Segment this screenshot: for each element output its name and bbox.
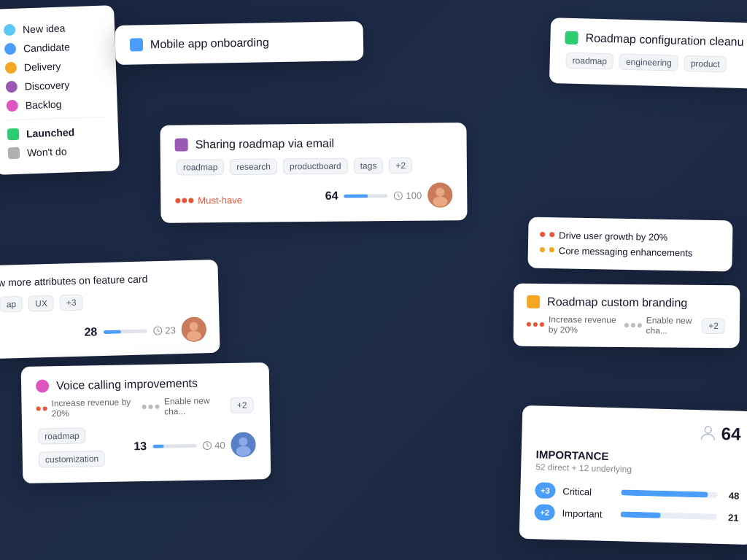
tag-productboard-sr[interactable]: productboard — [283, 158, 348, 175]
tag-research-sr[interactable]: research — [230, 158, 277, 175]
backlog-icon — [6, 100, 18, 112]
status-wont-do[interactable]: Won't do — [8, 141, 107, 163]
feature-meta: 28 23 — [0, 316, 206, 346]
tag-roadmap-sr[interactable]: roadmap — [177, 159, 225, 176]
feature-title: w more attributes on feature card — [0, 271, 205, 288]
tag-more-f[interactable]: +3 — [60, 295, 83, 311]
score-value: 64 — [325, 190, 338, 203]
status-backlog[interactable]: Backlog — [6, 93, 104, 116]
roadmap-config-title-row: Roadmap configuration cleanu — [565, 31, 747, 50]
feature-score-fill — [103, 330, 120, 334]
score-row: 64 100 — [325, 182, 453, 209]
svg-point-18 — [705, 427, 711, 433]
priority-label: Must-have — [198, 194, 242, 206]
mobile-onboarding-title: Mobile app onboarding — [150, 36, 269, 51]
voice-calling-title-row: Voice calling improvements — [36, 376, 255, 392]
tag-engineering[interactable]: engineering — [619, 54, 678, 71]
voice-calling-card: Voice calling improvements Increase reve… — [21, 362, 271, 483]
custom-branding-card: Roadmap custom branding Increase revenue… — [514, 284, 740, 349]
critical-bar — [621, 489, 717, 497]
svg-point-4 — [436, 187, 444, 196]
custom-branding-title: Roadmap custom branding — [547, 295, 687, 310]
voice-calling-status — [36, 379, 49, 392]
priority-dots — [175, 198, 193, 203]
voice-meta-1: Increase revenue by 20% — [51, 397, 138, 419]
bd-6 — [638, 323, 642, 327]
feature-tags: ap UX +3 — [0, 289, 206, 314]
voice-score-fill — [152, 444, 163, 448]
tag-more-sr[interactable]: +2 — [389, 158, 412, 174]
voice-tag-roadmap[interactable]: roadmap — [38, 427, 86, 444]
critical-label: Critical — [562, 486, 614, 498]
card-title-row: Mobile app onboarding — [130, 34, 349, 51]
voice-tags: roadmap customization — [36, 424, 134, 470]
sharing-roadmap-status — [175, 139, 188, 152]
launched-icon — [7, 128, 20, 141]
voice-meta-bottom: roadmap customization 13 40 — [36, 422, 256, 470]
voice-dots — [36, 406, 47, 411]
svg-line-14 — [207, 446, 209, 447]
status-indicator — [130, 38, 143, 51]
voice-avatar — [231, 432, 256, 457]
sharing-roadmap-title-row: Sharing roadmap via email — [175, 136, 452, 151]
importance-score-row: 64 — [536, 419, 741, 444]
voice-avatar-svg — [231, 432, 256, 457]
voice-calling-title: Voice calling improvements — [56, 377, 198, 392]
tag-roadmap[interactable]: roadmap — [565, 52, 614, 70]
priority-dot-2 — [182, 198, 187, 203]
obj-dot-4 — [549, 247, 554, 252]
objective-2: Core messaging enhancements — [540, 243, 721, 261]
status-legend-card: New idea Candidate Delivery Discovery Ba… — [0, 5, 120, 175]
voice-meta-row: Increase revenue by 20% Enable new cha..… — [36, 394, 255, 419]
branding-meta-1: Increase revenue by 20% — [549, 314, 620, 335]
importance-total-score: 64 — [721, 424, 740, 445]
tag-ap[interactable]: ap — [0, 296, 23, 313]
critical-value: 48 — [724, 490, 739, 502]
important-value: 21 — [724, 512, 738, 524]
time-value: 100 — [406, 190, 422, 201]
tag-tags-sr[interactable]: tags — [354, 158, 384, 174]
feature-score: 28 — [84, 325, 97, 338]
bd-5 — [631, 323, 635, 327]
importance-card: 64 IMPORTANCE 52 direct + 12 underlying … — [519, 405, 747, 545]
mobile-onboarding-card: Mobile app onboarding — [115, 21, 364, 65]
priority-row: Must-have — [175, 194, 242, 206]
feature-clock-icon — [152, 325, 162, 335]
objective-2-label: Core messaging enhancements — [559, 245, 693, 258]
custom-branding-title-row: Roadmap custom branding — [527, 295, 727, 310]
critical-badge: +3 — [535, 482, 556, 499]
critical-bar-fill — [621, 489, 708, 497]
feature-time: 23 — [165, 324, 176, 335]
priority-dot-1 — [175, 198, 180, 203]
candidate-icon — [4, 43, 17, 55]
person-icon — [701, 425, 716, 442]
launched-label: Launched — [26, 126, 75, 139]
tag-ux[interactable]: UX — [28, 295, 54, 312]
voice-extra: +2 — [231, 397, 254, 413]
clock-icon — [394, 190, 403, 200]
voice-time: 40 — [214, 440, 225, 451]
voice-score: 13 — [133, 440, 147, 453]
tag-product[interactable]: product — [684, 55, 727, 73]
wont-do-label: Won't do — [27, 145, 67, 158]
obj-dot-1 — [540, 232, 545, 237]
priority-dot-3 — [188, 198, 193, 203]
svg-line-8 — [158, 330, 159, 332]
voice-tag-custom[interactable]: customization — [39, 451, 106, 468]
divider — [7, 117, 104, 121]
voice-clock: 40 — [202, 440, 225, 451]
vd-5 — [155, 405, 160, 409]
branding-meta-2: Enable new cha... — [646, 315, 697, 336]
vd-1 — [36, 407, 41, 411]
sharing-roadmap-meta: Must-have 64 100 — [175, 182, 452, 209]
score-bar — [344, 194, 388, 198]
new-idea-icon — [4, 24, 16, 36]
roadmap-config-tags: roadmap engineering product — [564, 50, 747, 76]
voice-dots-2 — [142, 405, 160, 409]
voice-meta-2: Enable new cha... — [164, 395, 225, 416]
custom-branding-status — [527, 295, 540, 308]
feature-score-row: 28 23 — [84, 316, 206, 344]
score-bar-fill — [344, 194, 368, 198]
roadmap-config-status — [565, 31, 578, 44]
delivery-label: Delivery — [24, 61, 61, 74]
